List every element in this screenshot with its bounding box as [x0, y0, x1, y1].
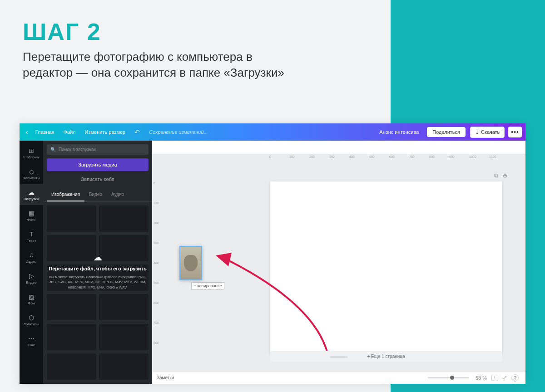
add-page-button[interactable]: + Еще 1 страница — [270, 351, 502, 362]
ruler-tick: 800 — [429, 155, 435, 158]
design-canvas[interactable] — [270, 181, 502, 354]
rail-icon: ♫ — [29, 251, 34, 259]
ruler-tick: 100 — [154, 201, 159, 205]
rail-item-фон[interactable]: ▨Фон — [20, 289, 43, 309]
dragged-photo-thumbnail[interactable] — [179, 246, 202, 280]
rail-item-загрузки[interactable]: ☁Загрузки — [20, 184, 43, 205]
ruler-tick: 800 — [154, 341, 159, 344]
ruler-tick: 1000 — [469, 155, 476, 158]
rail-item-аудио[interactable]: ♫Аудио — [20, 247, 43, 268]
top-menu-bar: ‹ Главная Файл Изменить размер ↶ Сохране… — [20, 123, 525, 141]
download-icon: ⤓ — [475, 129, 479, 135]
ruler-tick: 200 — [154, 221, 159, 225]
side-rail: ⊞Шаблоны◇Элементы☁Загрузки▦ФотоTТекст♫Ау… — [20, 141, 43, 384]
undo-button[interactable]: ↶ — [130, 128, 144, 136]
page-drag-handle[interactable] — [330, 356, 348, 358]
upload-slot — [47, 324, 96, 350]
upload-slot — [47, 294, 96, 320]
upload-media-button[interactable]: Загрузить медиа — [47, 158, 149, 171]
upload-slot — [47, 353, 96, 380]
rail-icon: ⊞ — [29, 147, 34, 154]
media-tabs: ИзображенияВидеоАудио — [43, 188, 152, 202]
rail-icon: ⋯ — [28, 335, 35, 342]
rail-item-еще[interactable]: ⋯Еще — [20, 330, 43, 351]
rail-label: Фото — [27, 218, 35, 222]
ruler-tick: 0 — [154, 181, 155, 185]
uploads-grid[interactable]: ☁ Перетащите файл, чтобы его загрузить В… — [43, 202, 152, 384]
rail-item-фото[interactable]: ▦Фото — [20, 205, 43, 226]
rail-label: Текст — [27, 239, 36, 243]
upload-slot — [99, 206, 149, 232]
search-icon: 🔍 — [50, 147, 56, 152]
ruler-tick: 300 — [154, 241, 159, 245]
rail-icon: ▦ — [29, 210, 35, 217]
upload-slot — [99, 353, 149, 380]
slide-title: ШАГ 2 — [23, 18, 284, 45]
horizontal-ruler: 010020030040050060070080090010001100 — [159, 154, 525, 162]
rail-label: Еще — [28, 343, 35, 347]
ruler-tick: 700 — [154, 321, 159, 324]
drag-copy-tooltip: + копирование — [191, 282, 224, 289]
upload-slot — [99, 235, 149, 261]
rail-icon: ◇ — [29, 168, 34, 175]
rail-item-элементы[interactable]: ◇Элементы — [20, 163, 43, 184]
rail-item-текст[interactable]: TТекст — [20, 226, 43, 247]
ruler-tick: 0 — [269, 155, 271, 158]
help-button[interactable]: ? — [511, 374, 519, 382]
file-menu[interactable]: Файл — [59, 129, 80, 135]
rail-item-логотипы[interactable]: ⬡Логотипы — [20, 309, 43, 330]
upload-slot — [99, 294, 149, 320]
add-page-icon[interactable]: ⊕ — [503, 172, 507, 179]
ruler-tick: 700 — [409, 155, 415, 158]
page-list-button[interactable]: 1 — [491, 375, 498, 381]
rail-label: Загрузки — [24, 197, 39, 201]
download-button[interactable]: ⤓ Скачать — [470, 127, 505, 138]
ruler-tick: 1100 — [489, 155, 496, 158]
tab-изображения[interactable]: Изображения — [47, 188, 84, 201]
bottom-bar: Заметки 58 % 1 ⤢ ? — [152, 371, 525, 384]
context-toolbar — [152, 141, 525, 154]
more-button[interactable]: ••• — [508, 127, 522, 137]
search-input[interactable]: 🔍 Поиск в загрузках — [47, 144, 149, 155]
record-yourself-button[interactable]: Записать себя — [47, 174, 149, 185]
search-placeholder: Поиск в загрузках — [59, 147, 96, 152]
upload-slot — [99, 324, 149, 350]
save-status: Сохранение изменений... — [144, 129, 212, 135]
svg-marker-0 — [216, 253, 232, 266]
announcement-link[interactable]: Анонс интенсива — [374, 129, 424, 135]
rail-icon: ☁ — [28, 189, 35, 196]
rail-item-видео[interactable]: ▷Видео — [20, 268, 43, 289]
notes-button[interactable]: Заметки — [157, 375, 174, 380]
tab-аудио[interactable]: Аудио — [107, 188, 129, 201]
rail-icon: ⬡ — [29, 314, 34, 321]
slide-header: ШАГ 2 Перетащите фотографию с компьютера… — [23, 18, 284, 81]
zoom-slider[interactable] — [428, 377, 469, 378]
tab-видео[interactable]: Видео — [84, 188, 107, 201]
ruler-tick: 900 — [449, 155, 455, 158]
rail-item-шаблоны[interactable]: ⊞Шаблоны — [20, 142, 43, 163]
zoom-value[interactable]: 58 % — [476, 375, 487, 381]
resize-menu[interactable]: Изменить размер — [80, 129, 130, 135]
slide-description: Перетащите фотографию с компьютера в ред… — [23, 49, 284, 81]
ruler-tick: 500 — [369, 155, 375, 158]
ruler-tick: 300 — [329, 155, 335, 158]
vertical-ruler: 0100200300400500600700800 — [152, 162, 159, 371]
upload-slot — [47, 265, 96, 291]
plus-icon: + — [194, 284, 196, 288]
duplicate-page-icon[interactable]: ⧉ — [494, 172, 498, 179]
canva-editor-screenshot: ‹ Главная Файл Изменить размер ↶ Сохране… — [20, 123, 525, 384]
rail-label: Логотипы — [24, 322, 40, 326]
rail-icon: ▷ — [29, 272, 34, 279]
fullscreen-button[interactable]: ⤢ — [503, 375, 507, 381]
ruler-tick: 600 — [389, 155, 395, 158]
home-menu[interactable]: Главная — [31, 129, 59, 135]
back-button[interactable]: ‹ — [23, 128, 31, 136]
share-button[interactable]: Поделиться — [427, 127, 466, 137]
rail-label: Шаблоны — [23, 155, 39, 159]
ruler-tick: 400 — [154, 261, 159, 265]
uploads-panel: 🔍 Поиск в загрузках Загрузить медиа Запи… — [43, 141, 152, 384]
rail-label: Элементы — [23, 176, 40, 180]
rail-label: Аудио — [26, 260, 37, 264]
canvas-area: 010020030040050060070080090010001100 010… — [152, 141, 525, 384]
upload-slot — [99, 265, 149, 291]
